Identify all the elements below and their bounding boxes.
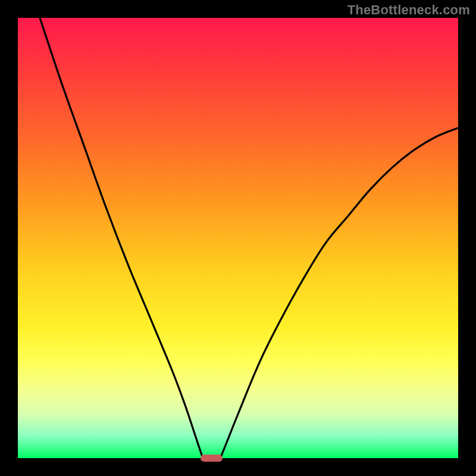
curve-layer bbox=[18, 18, 458, 458]
left-curve bbox=[40, 18, 203, 458]
watermark-label: TheBottleneck.com bbox=[347, 2, 470, 18]
bottleneck-marker bbox=[201, 455, 223, 461]
chart-frame: TheBottleneck.com bbox=[0, 0, 476, 476]
right-curve bbox=[220, 128, 458, 458]
